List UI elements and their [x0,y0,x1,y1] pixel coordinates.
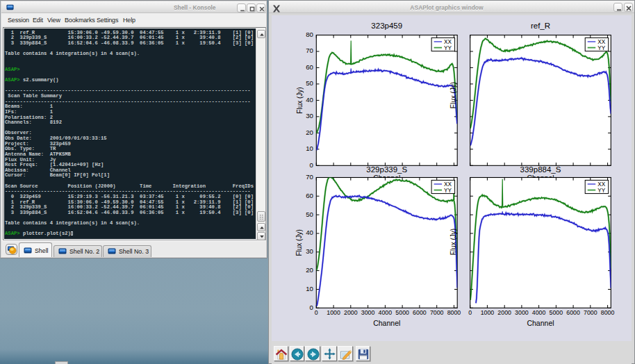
svg-text:80: 80 [306,31,313,38]
svg-text:Flux (Jy): Flux (Jy) [296,87,304,113]
svg-text:4000: 4000 [532,309,546,316]
svg-text:7000: 7000 [430,309,444,316]
svg-text:6000: 6000 [566,309,580,316]
svg-text:8000: 8000 [601,309,615,316]
svg-text:3000: 3000 [515,309,529,316]
svg-text:ref_R: ref_R [531,22,550,30]
svg-text:329p339_S: 329p339_S [366,165,407,174]
svg-text:Channel: Channel [373,319,400,327]
svg-text:323p459: 323p459 [371,22,402,30]
svg-text:5000: 5000 [550,309,563,316]
svg-text:60: 60 [306,63,313,71]
svg-text:4000: 4000 [379,309,393,316]
svg-text:Channel: Channel [527,319,554,327]
svg-text:50: 50 [306,210,313,218]
svg-text:40: 40 [306,229,313,236]
svg-text:YY: YY [597,188,605,194]
svg-text:40: 40 [306,96,313,104]
svg-text:20: 20 [306,266,313,274]
svg-text:70: 70 [306,47,313,54]
svg-text:0: 0 [309,161,313,169]
svg-text:20: 20 [306,129,313,136]
svg-text:70: 70 [306,173,313,181]
svg-text:2000: 2000 [344,309,358,316]
svg-text:Flux (Jy): Flux (Jy) [296,229,304,256]
svg-text:0: 0 [315,309,318,316]
svg-text:10: 10 [306,285,313,292]
svg-text:3000: 3000 [361,309,375,316]
svg-text:Flux (Jy): Flux (Jy) [450,229,457,255]
svg-text:30: 30 [306,247,313,255]
svg-text:YY: YY [597,45,605,51]
svg-text:8000: 8000 [447,309,461,316]
svg-text:0: 0 [309,304,313,311]
svg-text:10: 10 [306,144,313,152]
svg-text:6000: 6000 [413,309,427,316]
svg-text:YY: YY [444,188,452,194]
svg-text:7000: 7000 [584,309,597,316]
svg-text:60: 60 [306,192,313,199]
svg-text:1000: 1000 [481,309,495,316]
svg-text:50: 50 [306,79,313,87]
svg-text:Flux (Jy): Flux (Jy) [450,82,457,108]
svg-text:30: 30 [306,112,313,119]
svg-text:0: 0 [468,309,472,316]
svg-text:5000: 5000 [395,309,409,316]
svg-text:2000: 2000 [497,309,511,316]
svg-text:339p884_S: 339p884_S [520,165,561,174]
svg-text:1000: 1000 [327,309,340,316]
svg-text:YY: YY [444,45,452,51]
